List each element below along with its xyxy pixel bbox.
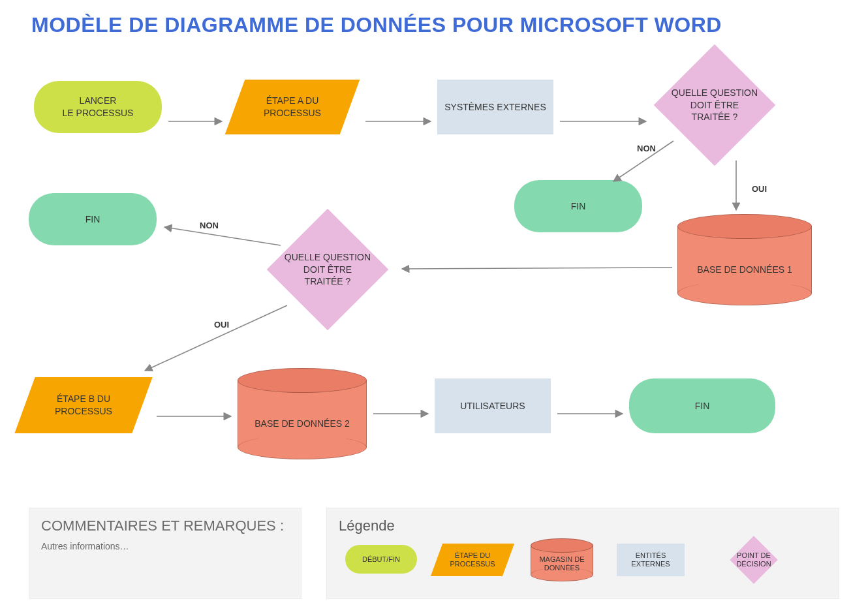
node-db2-label: BASE DE DONNÉES 2 <box>238 399 367 448</box>
node-decision-2-label: QUELLE QUESTIONDOIT ÊTRETRAITÉE ? <box>256 214 399 325</box>
edge-label-dec2-yes: OUI <box>214 320 229 330</box>
node-start-label: LANCERLE PROCESSUS <box>63 95 134 119</box>
node-decision-2: QUELLE QUESTIONDOIT ÊTRETRAITÉE ? <box>256 214 399 325</box>
legend-datastore-label: MAGASIN DEDONNÉES <box>531 551 593 576</box>
node-fin-final-label: FIN <box>695 400 710 412</box>
node-external-systems: SYSTÈMES EXTERNES <box>437 80 553 134</box>
legend-process-label: ÉTAPE DUPROCESSUS <box>437 544 508 576</box>
node-decision-1: QUELLE QUESTIONDOIT ÊTRETRAITÉE ? <box>653 56 777 154</box>
comments-heading: COMMENTAIRES ET REMARQUES : <box>41 517 289 534</box>
legend-panel: Légende DÉBUT/FIN ÉTAPE DUPROCESSUS MAGA… <box>326 508 839 599</box>
node-decision-1-label: QUELLE QUESTIONDOIT ÊTRETRAITÉE ? <box>653 56 777 154</box>
node-db2: BASE DE DONNÉES 2 <box>238 368 367 459</box>
node-fin-dec2-no-label: FIN <box>85 213 101 226</box>
edge-label-dec1-no: NON <box>637 144 656 153</box>
legend-process: ÉTAPE DUPROCESSUS <box>437 544 508 576</box>
node-fin-final: FIN <box>629 378 775 433</box>
legend-terminator-label: DÉBUT/FIN <box>362 555 400 564</box>
legend-decision: POINT DEDÉCISION <box>708 537 799 583</box>
node-external-systems-label: SYSTÈMES EXTERNES <box>444 101 546 114</box>
node-db1-label: BASE DE DONNÉES 1 <box>677 245 812 294</box>
edge-label-dec1-yes: OUI <box>752 184 767 194</box>
node-step-a: ÉTAPE A DUPROCESSUS <box>235 80 350 134</box>
node-db1: BASE DE DONNÉES 1 <box>677 214 812 305</box>
comments-body: Autres informations… <box>41 541 289 551</box>
legend-datastore: MAGASIN DEDONNÉES <box>531 538 593 581</box>
legend-external-label: ENTITÉSEXTERNES <box>631 551 670 570</box>
legend-heading: Légende <box>339 517 827 534</box>
comments-panel: COMMENTAIRES ET REMARQUES : Autres infor… <box>29 508 302 599</box>
node-step-a-label: ÉTAPE A DUPROCESSUS <box>235 80 350 134</box>
diagram-canvas: MODÈLE DE DIAGRAMME DE DONNÉES POUR MICR… <box>0 0 851 616</box>
node-fin-dec1-no: FIN <box>514 180 642 232</box>
svg-line-5 <box>402 268 672 269</box>
node-users-label: UTILISATEURS <box>460 400 525 412</box>
legend-decision-label: POINT DEDÉCISION <box>708 537 799 583</box>
edge-label-dec2-no: NON <box>200 221 219 230</box>
node-fin-dec2-no: FIN <box>29 193 157 245</box>
page-title: MODÈLE DE DIAGRAMME DE DONNÉES POUR MICR… <box>31 13 722 37</box>
node-users: UTILISATEURS <box>435 378 551 433</box>
node-fin-dec1-no-label: FIN <box>571 200 586 213</box>
legend-terminator: DÉBUT/FIN <box>345 545 417 574</box>
node-step-b-label: ÉTAPE B DUPROCESSUS <box>25 377 142 433</box>
node-start: LANCERLE PROCESSUS <box>34 81 162 133</box>
legend-external: ENTITÉSEXTERNES <box>617 544 685 576</box>
node-step-b: ÉTAPE B DUPROCESSUS <box>25 377 142 433</box>
